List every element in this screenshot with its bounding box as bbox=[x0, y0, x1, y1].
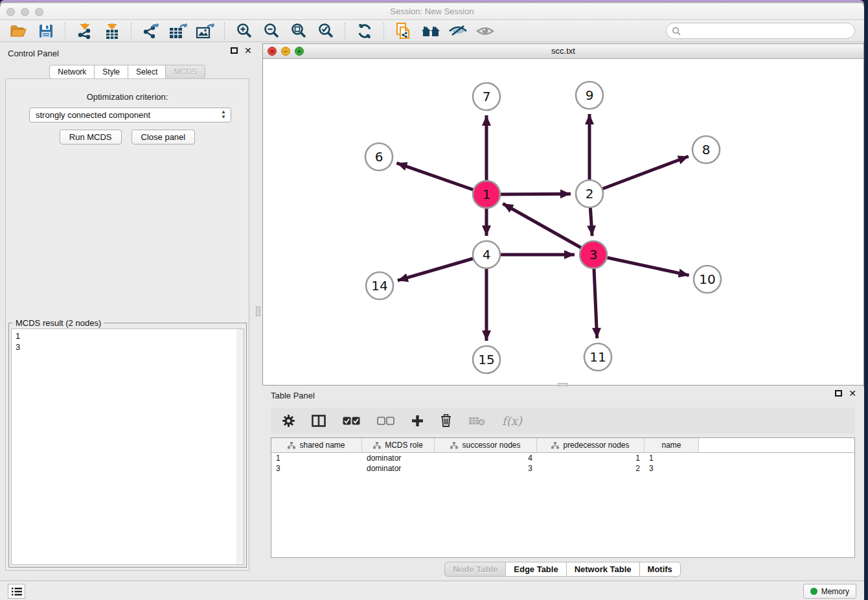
graph-node-label: 8 bbox=[702, 142, 711, 157]
tab-motifs[interactable]: Motifs bbox=[639, 562, 681, 577]
close-panel-icon[interactable]: ✕ bbox=[244, 47, 252, 54]
tab-select[interactable]: Select bbox=[128, 65, 166, 79]
network-graph[interactable]: 7968124314101511 bbox=[263, 59, 863, 385]
graph-node-label: 15 bbox=[478, 352, 494, 367]
cell-name: 1 bbox=[645, 453, 699, 463]
gear-icon[interactable] bbox=[282, 415, 295, 427]
close-table-panel-icon[interactable]: ✕ bbox=[849, 390, 856, 397]
import-network-button[interactable] bbox=[73, 21, 97, 41]
cell-mcds-role: dominator bbox=[362, 463, 435, 474]
graph-node-label: 4 bbox=[483, 247, 491, 262]
graph-edge-3-1[interactable] bbox=[503, 203, 593, 255]
zoom-fit-button[interactable] bbox=[287, 21, 310, 41]
tab-network-table[interactable]: Network Table bbox=[566, 562, 640, 577]
tab-network[interactable]: Network bbox=[49, 65, 95, 79]
copy-network-button[interactable] bbox=[392, 21, 415, 41]
control-panel: Control Panel ✕ Network Style Select MCD… bbox=[0, 42, 255, 581]
table-row[interactable]: 1 dominator 4 1 1 bbox=[271, 453, 854, 463]
import-table-button[interactable] bbox=[100, 21, 124, 41]
mcds-result-box: MCDS result (2 nodes) 1 3 bbox=[8, 323, 247, 568]
table-header-row: shared name MCDS role successor nodes pr… bbox=[271, 438, 854, 453]
tab-edge-table[interactable]: Edge Table bbox=[505, 562, 566, 577]
quick-search-input[interactable] bbox=[681, 24, 854, 38]
zoom-out-button[interactable] bbox=[260, 21, 283, 41]
control-panel-title: Control Panel bbox=[8, 49, 59, 58]
zoom-selected-button[interactable] bbox=[314, 21, 337, 41]
column-label: name bbox=[661, 441, 681, 450]
column-label: predecessor nodes bbox=[563, 441, 629, 450]
application-window: Session: New Session bbox=[0, 0, 864, 600]
graph-node-label: 2 bbox=[586, 186, 594, 202]
table-panel-title: Table Panel bbox=[271, 391, 315, 400]
hide-selected-button[interactable] bbox=[446, 21, 470, 41]
toolbar-separator bbox=[383, 23, 385, 40]
close-panel-button[interactable]: Close panel bbox=[131, 130, 196, 144]
run-mcds-button[interactable]: Run MCDS bbox=[60, 130, 122, 144]
zoom-in-icon bbox=[236, 23, 253, 40]
float-table-panel-icon[interactable] bbox=[835, 390, 842, 397]
show-selected-button[interactable] bbox=[474, 21, 497, 41]
cell-shared-name: 3 bbox=[271, 463, 362, 474]
optimization-criterion-dropdown[interactable]: strongly connected component ▲▼ bbox=[29, 108, 231, 122]
list-icon bbox=[12, 587, 22, 596]
result-scrollbar[interactable] bbox=[236, 329, 244, 564]
column-header-mcds-role[interactable]: MCDS role bbox=[362, 438, 435, 452]
node-table[interactable]: shared name MCDS role successor nodes pr… bbox=[271, 437, 855, 558]
tab-mcds[interactable]: MCDS bbox=[165, 65, 205, 79]
column-header-successor-nodes[interactable]: successor nodes bbox=[435, 438, 537, 452]
column-header-shared-name[interactable]: shared name bbox=[271, 438, 362, 452]
toolbar-separator bbox=[345, 23, 346, 40]
export-table-button[interactable] bbox=[166, 21, 190, 41]
graph-edge-2-8[interactable] bbox=[589, 156, 689, 194]
dropdown-value: strongly connected component bbox=[36, 110, 150, 120]
panel-divider[interactable] bbox=[255, 42, 262, 581]
tree-icon bbox=[288, 442, 295, 449]
copy-network-icon bbox=[395, 22, 412, 40]
mcds-buttons: Run MCDS Close panel bbox=[6, 130, 249, 144]
task-history-button[interactable] bbox=[8, 584, 25, 599]
column-header-name[interactable]: name bbox=[645, 438, 699, 452]
open-session-button[interactable] bbox=[7, 21, 30, 41]
app-titlebar: Session: New Session bbox=[0, 4, 864, 20]
zoom-out-icon bbox=[263, 23, 280, 40]
zoom-fit-icon bbox=[290, 23, 307, 40]
column-header-predecessor-nodes[interactable]: predecessor nodes bbox=[537, 438, 645, 452]
memory-button[interactable]: Memory bbox=[803, 584, 856, 599]
optimization-criterion-label: Optimization criterion: bbox=[6, 92, 249, 102]
graph-node-label: 1 bbox=[483, 187, 491, 202]
function-builder-icon[interactable]: f(x) bbox=[502, 414, 522, 428]
control-panel-tabs: Network Style Select MCDS bbox=[0, 65, 255, 79]
zoom-in-button[interactable] bbox=[233, 21, 256, 41]
cell-name: 3 bbox=[645, 463, 699, 474]
mcds-result-text[interactable]: 1 3 bbox=[11, 329, 244, 565]
table-panel-tabs: Node Table Edge Table Network Table Moti… bbox=[262, 562, 864, 577]
graph-edge-3-10[interactable] bbox=[593, 255, 689, 275]
float-panel-icon[interactable] bbox=[231, 47, 238, 54]
add-column-icon[interactable] bbox=[411, 415, 424, 427]
refresh-layout-button[interactable] bbox=[353, 21, 376, 41]
memory-label: Memory bbox=[821, 587, 849, 596]
memory-status-icon bbox=[810, 588, 817, 595]
divider-grip[interactable] bbox=[256, 306, 260, 316]
export-image-button[interactable] bbox=[194, 21, 217, 41]
column-view-icon[interactable] bbox=[312, 415, 326, 427]
save-session-button[interactable] bbox=[34, 21, 58, 41]
quick-search[interactable] bbox=[666, 23, 855, 39]
import-network-icon bbox=[77, 23, 93, 40]
network-window-titlebar[interactable]: ✕ − + scc.txt bbox=[263, 44, 863, 59]
tab-node-table[interactable]: Node Table bbox=[444, 562, 506, 577]
export-table-icon bbox=[168, 23, 188, 40]
network-bottom-grip[interactable] bbox=[558, 383, 568, 386]
export-network-icon bbox=[142, 23, 160, 40]
deselect-all-checkboxes-icon[interactable] bbox=[377, 417, 394, 425]
tree-icon bbox=[551, 442, 559, 449]
tab-style[interactable]: Style bbox=[94, 65, 128, 79]
delete-table-icon[interactable] bbox=[468, 415, 485, 426]
column-label: shared name bbox=[299, 441, 345, 450]
select-all-checkboxes-icon[interactable] bbox=[343, 417, 360, 425]
graph-node-label: 10 bbox=[699, 271, 715, 287]
export-network-button[interactable] bbox=[139, 21, 163, 41]
table-row[interactable]: 3 dominator 3 2 3 bbox=[271, 463, 854, 474]
show-all-networks-button[interactable] bbox=[419, 21, 442, 41]
delete-column-icon[interactable] bbox=[440, 414, 451, 427]
